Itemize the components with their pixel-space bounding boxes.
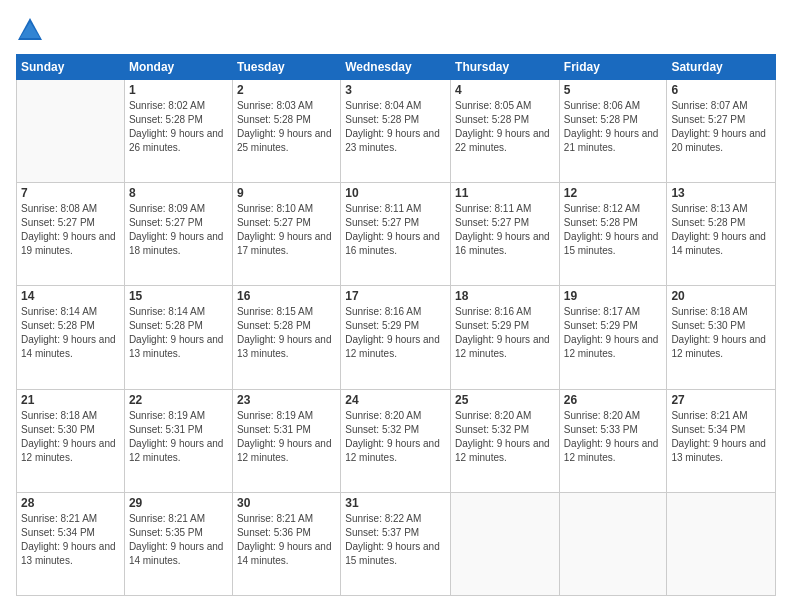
svg-marker-1 [20, 22, 40, 38]
day-info: Sunrise: 8:22 AMSunset: 5:37 PMDaylight:… [345, 512, 446, 568]
calendar-cell [667, 492, 776, 595]
calendar-week-row: 7Sunrise: 8:08 AMSunset: 5:27 PMDaylight… [17, 183, 776, 286]
calendar-cell: 17Sunrise: 8:16 AMSunset: 5:29 PMDayligh… [341, 286, 451, 389]
day-number: 13 [671, 186, 771, 200]
day-info: Sunrise: 8:09 AMSunset: 5:27 PMDaylight:… [129, 202, 228, 258]
weekday-header-friday: Friday [559, 55, 667, 80]
day-info: Sunrise: 8:15 AMSunset: 5:28 PMDaylight:… [237, 305, 336, 361]
day-info: Sunrise: 8:11 AMSunset: 5:27 PMDaylight:… [345, 202, 446, 258]
day-number: 31 [345, 496, 446, 510]
day-info: Sunrise: 8:19 AMSunset: 5:31 PMDaylight:… [129, 409, 228, 465]
day-info: Sunrise: 8:10 AMSunset: 5:27 PMDaylight:… [237, 202, 336, 258]
day-number: 10 [345, 186, 446, 200]
calendar-cell: 19Sunrise: 8:17 AMSunset: 5:29 PMDayligh… [559, 286, 667, 389]
day-info: Sunrise: 8:21 AMSunset: 5:34 PMDaylight:… [671, 409, 771, 465]
day-info: Sunrise: 8:20 AMSunset: 5:33 PMDaylight:… [564, 409, 663, 465]
calendar-week-row: 21Sunrise: 8:18 AMSunset: 5:30 PMDayligh… [17, 389, 776, 492]
day-number: 29 [129, 496, 228, 510]
day-info: Sunrise: 8:14 AMSunset: 5:28 PMDaylight:… [21, 305, 120, 361]
calendar-body: 1Sunrise: 8:02 AMSunset: 5:28 PMDaylight… [17, 80, 776, 596]
day-number: 6 [671, 83, 771, 97]
calendar-cell: 28Sunrise: 8:21 AMSunset: 5:34 PMDayligh… [17, 492, 125, 595]
calendar-cell: 6Sunrise: 8:07 AMSunset: 5:27 PMDaylight… [667, 80, 776, 183]
calendar-week-row: 1Sunrise: 8:02 AMSunset: 5:28 PMDaylight… [17, 80, 776, 183]
calendar-cell: 8Sunrise: 8:09 AMSunset: 5:27 PMDaylight… [124, 183, 232, 286]
calendar-cell: 29Sunrise: 8:21 AMSunset: 5:35 PMDayligh… [124, 492, 232, 595]
day-number: 27 [671, 393, 771, 407]
calendar-cell: 24Sunrise: 8:20 AMSunset: 5:32 PMDayligh… [341, 389, 451, 492]
weekday-header-wednesday: Wednesday [341, 55, 451, 80]
weekday-header-row: SundayMondayTuesdayWednesdayThursdayFrid… [17, 55, 776, 80]
calendar-cell: 23Sunrise: 8:19 AMSunset: 5:31 PMDayligh… [232, 389, 340, 492]
day-number: 16 [237, 289, 336, 303]
weekday-header-tuesday: Tuesday [232, 55, 340, 80]
calendar-cell: 9Sunrise: 8:10 AMSunset: 5:27 PMDaylight… [232, 183, 340, 286]
calendar-cell [17, 80, 125, 183]
calendar-cell: 26Sunrise: 8:20 AMSunset: 5:33 PMDayligh… [559, 389, 667, 492]
calendar-cell: 22Sunrise: 8:19 AMSunset: 5:31 PMDayligh… [124, 389, 232, 492]
day-number: 14 [21, 289, 120, 303]
day-info: Sunrise: 8:21 AMSunset: 5:36 PMDaylight:… [237, 512, 336, 568]
weekday-header-sunday: Sunday [17, 55, 125, 80]
logo [16, 16, 48, 44]
calendar-cell: 3Sunrise: 8:04 AMSunset: 5:28 PMDaylight… [341, 80, 451, 183]
logo-icon [16, 16, 44, 44]
day-number: 8 [129, 186, 228, 200]
day-number: 1 [129, 83, 228, 97]
page: SundayMondayTuesdayWednesdayThursdayFrid… [0, 0, 792, 612]
day-number: 28 [21, 496, 120, 510]
day-info: Sunrise: 8:07 AMSunset: 5:27 PMDaylight:… [671, 99, 771, 155]
calendar-cell: 31Sunrise: 8:22 AMSunset: 5:37 PMDayligh… [341, 492, 451, 595]
calendar-cell: 25Sunrise: 8:20 AMSunset: 5:32 PMDayligh… [451, 389, 560, 492]
day-info: Sunrise: 8:19 AMSunset: 5:31 PMDaylight:… [237, 409, 336, 465]
day-number: 15 [129, 289, 228, 303]
day-info: Sunrise: 8:12 AMSunset: 5:28 PMDaylight:… [564, 202, 663, 258]
day-info: Sunrise: 8:05 AMSunset: 5:28 PMDaylight:… [455, 99, 555, 155]
day-info: Sunrise: 8:04 AMSunset: 5:28 PMDaylight:… [345, 99, 446, 155]
weekday-header-saturday: Saturday [667, 55, 776, 80]
day-info: Sunrise: 8:20 AMSunset: 5:32 PMDaylight:… [455, 409, 555, 465]
day-number: 4 [455, 83, 555, 97]
calendar-cell: 4Sunrise: 8:05 AMSunset: 5:28 PMDaylight… [451, 80, 560, 183]
day-number: 21 [21, 393, 120, 407]
calendar-table: SundayMondayTuesdayWednesdayThursdayFrid… [16, 54, 776, 596]
day-info: Sunrise: 8:21 AMSunset: 5:35 PMDaylight:… [129, 512, 228, 568]
day-number: 5 [564, 83, 663, 97]
day-info: Sunrise: 8:06 AMSunset: 5:28 PMDaylight:… [564, 99, 663, 155]
header [16, 16, 776, 44]
day-number: 3 [345, 83, 446, 97]
calendar-cell [559, 492, 667, 595]
calendar-cell: 20Sunrise: 8:18 AMSunset: 5:30 PMDayligh… [667, 286, 776, 389]
calendar-cell: 30Sunrise: 8:21 AMSunset: 5:36 PMDayligh… [232, 492, 340, 595]
day-number: 23 [237, 393, 336, 407]
day-number: 22 [129, 393, 228, 407]
calendar-cell: 21Sunrise: 8:18 AMSunset: 5:30 PMDayligh… [17, 389, 125, 492]
calendar-cell: 12Sunrise: 8:12 AMSunset: 5:28 PMDayligh… [559, 183, 667, 286]
day-number: 18 [455, 289, 555, 303]
day-info: Sunrise: 8:16 AMSunset: 5:29 PMDaylight:… [345, 305, 446, 361]
day-info: Sunrise: 8:21 AMSunset: 5:34 PMDaylight:… [21, 512, 120, 568]
calendar-cell: 7Sunrise: 8:08 AMSunset: 5:27 PMDaylight… [17, 183, 125, 286]
calendar-cell: 16Sunrise: 8:15 AMSunset: 5:28 PMDayligh… [232, 286, 340, 389]
day-info: Sunrise: 8:13 AMSunset: 5:28 PMDaylight:… [671, 202, 771, 258]
calendar-cell: 11Sunrise: 8:11 AMSunset: 5:27 PMDayligh… [451, 183, 560, 286]
day-info: Sunrise: 8:11 AMSunset: 5:27 PMDaylight:… [455, 202, 555, 258]
calendar-cell: 13Sunrise: 8:13 AMSunset: 5:28 PMDayligh… [667, 183, 776, 286]
day-info: Sunrise: 8:20 AMSunset: 5:32 PMDaylight:… [345, 409, 446, 465]
day-number: 24 [345, 393, 446, 407]
day-info: Sunrise: 8:16 AMSunset: 5:29 PMDaylight:… [455, 305, 555, 361]
calendar-cell: 2Sunrise: 8:03 AMSunset: 5:28 PMDaylight… [232, 80, 340, 183]
day-info: Sunrise: 8:02 AMSunset: 5:28 PMDaylight:… [129, 99, 228, 155]
day-number: 30 [237, 496, 336, 510]
day-number: 12 [564, 186, 663, 200]
calendar-cell: 27Sunrise: 8:21 AMSunset: 5:34 PMDayligh… [667, 389, 776, 492]
day-number: 11 [455, 186, 555, 200]
calendar-week-row: 14Sunrise: 8:14 AMSunset: 5:28 PMDayligh… [17, 286, 776, 389]
calendar-cell [451, 492, 560, 595]
day-number: 20 [671, 289, 771, 303]
day-number: 17 [345, 289, 446, 303]
day-number: 19 [564, 289, 663, 303]
calendar-cell: 18Sunrise: 8:16 AMSunset: 5:29 PMDayligh… [451, 286, 560, 389]
calendar-week-row: 28Sunrise: 8:21 AMSunset: 5:34 PMDayligh… [17, 492, 776, 595]
calendar-cell: 10Sunrise: 8:11 AMSunset: 5:27 PMDayligh… [341, 183, 451, 286]
